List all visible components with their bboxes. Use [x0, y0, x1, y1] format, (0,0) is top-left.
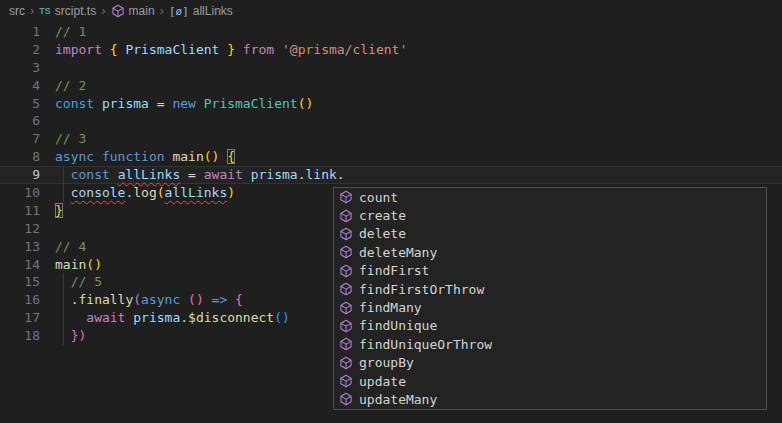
code-token: [274, 42, 282, 57]
code-text: // 1: [55, 23, 86, 41]
breadcrumb-item-alllinks[interactable]: [ø] allLinks: [169, 4, 233, 18]
code-token: {: [110, 42, 118, 57]
breadcrumb-item-main[interactable]: main: [111, 4, 155, 18]
code-token: (): [204, 149, 220, 164]
code-token: // 3: [55, 131, 86, 146]
symbol-method-icon: [338, 391, 354, 407]
suggestion-label: findUnique: [359, 318, 437, 333]
line-number[interactable]: 5: [0, 95, 40, 113]
code-token: {: [227, 149, 235, 164]
error-token: console: [71, 185, 126, 200]
code-line[interactable]: 4// 2: [0, 77, 782, 95]
suggestion-item[interactable]: updateMany: [334, 390, 766, 408]
line-number[interactable]: 14: [0, 256, 40, 274]
suggestion-item[interactable]: count: [334, 188, 766, 206]
code-text: .finally(async () => {: [55, 291, 243, 309]
code-token: =>: [212, 292, 228, 307]
suggestion-label: count: [359, 190, 398, 205]
chevron-right-icon: ›: [160, 3, 164, 18]
code-token: prisma: [102, 96, 149, 111]
code-token: async: [141, 292, 180, 307]
code-token: async: [55, 149, 94, 164]
suggestion-label: delete: [359, 226, 406, 241]
suggestion-item[interactable]: findMany: [334, 298, 766, 316]
symbol-method-icon: [338, 300, 354, 316]
code-token: link: [306, 167, 337, 182]
suggestion-item[interactable]: delete: [334, 225, 766, 243]
breadcrumb-item-file[interactable]: TS srcipt.ts: [39, 4, 96, 18]
line-number[interactable]: 8: [0, 148, 40, 166]
code-token: finally: [78, 292, 133, 307]
code-token: =: [149, 96, 172, 111]
code-token: (): [188, 292, 204, 307]
code-token: [204, 292, 212, 307]
code-token: $disconnect: [188, 310, 274, 325]
code-token: main: [55, 257, 86, 272]
code-token: [243, 167, 251, 182]
code-text: }: [55, 202, 63, 220]
line-number[interactable]: 12: [0, 220, 40, 238]
breadcrumb-item-src[interactable]: src: [9, 4, 25, 18]
line-number[interactable]: 17: [0, 309, 40, 327]
code-line[interactable]: 8async function main() {: [0, 148, 782, 166]
code-line[interactable]: 1// 1: [0, 23, 782, 41]
suggestion-label: findUniqueOrThrow: [359, 337, 492, 352]
line-number[interactable]: 13: [0, 238, 40, 256]
suggestion-label: updateMany: [359, 392, 437, 407]
line-number[interactable]: 6: [0, 112, 40, 130]
code-line[interactable]: 7// 3: [0, 130, 782, 148]
suggestion-item[interactable]: findFirst: [334, 262, 766, 280]
line-number[interactable]: 1: [0, 23, 40, 41]
line-number[interactable]: 7: [0, 130, 40, 148]
code-token: await: [86, 310, 125, 325]
code-token: // 1: [55, 24, 86, 39]
symbol-variable-icon: [ø]: [169, 5, 189, 18]
indent-guide: [63, 309, 64, 327]
suggestion-item[interactable]: findFirstOrThrow: [334, 280, 766, 298]
line-number[interactable]: 9: [0, 166, 40, 184]
suggestion-item[interactable]: findUniqueOrThrow: [334, 335, 766, 353]
code-token: (: [157, 185, 165, 200]
line-number[interactable]: 15: [0, 273, 40, 291]
indent-guide: [63, 291, 64, 309]
code-token: // 2: [55, 78, 86, 93]
symbol-method-icon: [338, 318, 354, 334]
code-token: const: [71, 167, 110, 182]
code-text: console.log(allLinks): [55, 184, 235, 202]
code-line[interactable]: 2import { PrismaClient } from '@prisma/c…: [0, 41, 782, 59]
symbol-method-icon: [338, 355, 354, 371]
breadcrumb-label: srcipt.ts: [55, 4, 96, 18]
line-number[interactable]: 16: [0, 291, 40, 309]
code-token: function: [102, 149, 165, 164]
code-token: // 5: [71, 274, 102, 289]
symbol-method-icon: [338, 373, 354, 389]
code-line[interactable]: 3: [0, 59, 782, 77]
line-number[interactable]: 11: [0, 202, 40, 220]
line-number[interactable]: 2: [0, 41, 40, 59]
suggest-widget: count create delete deleteMany findFirst…: [333, 187, 767, 410]
line-number[interactable]: 18: [0, 327, 40, 345]
code-token: [180, 292, 188, 307]
line-number[interactable]: 4: [0, 77, 40, 95]
code-token: [102, 42, 110, 57]
suggestion-item[interactable]: update: [334, 372, 766, 390]
code-token: }): [71, 328, 87, 343]
line-number[interactable]: 10: [0, 184, 40, 202]
suggestion-label: update: [359, 374, 406, 389]
code-line[interactable]: 9 const allLinks = await prisma.link.: [0, 166, 782, 184]
code-text: // 4: [55, 238, 86, 256]
suggestion-item[interactable]: groupBy: [334, 354, 766, 372]
code-token: from: [243, 42, 274, 57]
suggestion-item[interactable]: create: [334, 206, 766, 224]
code-token: (): [298, 96, 314, 111]
code-text: import { PrismaClient } from '@prisma/cl…: [55, 41, 407, 59]
line-number[interactable]: 3: [0, 59, 40, 77]
suggestion-item[interactable]: findUnique: [334, 317, 766, 335]
suggestion-item[interactable]: deleteMany: [334, 243, 766, 261]
code-line[interactable]: 5const prisma = new PrismaClient(): [0, 95, 782, 113]
suggestion-label: findFirst: [359, 263, 429, 278]
symbol-method-icon: [338, 208, 354, 224]
code-line[interactable]: 6: [0, 112, 782, 130]
code-token: log: [133, 185, 156, 200]
code-token: main: [172, 149, 203, 164]
